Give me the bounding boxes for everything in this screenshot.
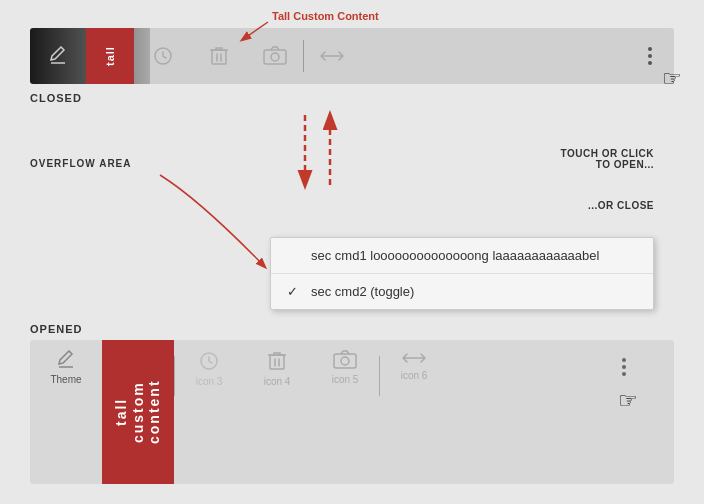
icon3-group[interactable]: icon 3 xyxy=(175,340,243,387)
more-button-opened[interactable]: ☞ xyxy=(614,350,638,414)
svg-rect-2 xyxy=(264,50,286,64)
menu-item-2[interactable]: ✓ sec cmd2 (toggle) xyxy=(271,274,653,309)
toolbar-closed-icons: tall xyxy=(30,28,674,84)
icon4-label: icon 4 xyxy=(264,376,291,387)
icon5-camera xyxy=(333,350,357,370)
clock-icon[interactable] xyxy=(135,28,191,84)
edit-icon[interactable] xyxy=(30,28,86,84)
tall-custom-icon[interactable]: tall xyxy=(86,28,134,84)
more-dots-icon xyxy=(648,47,652,65)
svg-rect-5 xyxy=(270,355,284,369)
overflow-dropdown: sec cmd1 loooooooooooooong laaaaaaaaaaaa… xyxy=(270,237,654,310)
theme-icon-group[interactable]: Theme xyxy=(30,340,102,385)
theme-label: Theme xyxy=(50,374,81,385)
icon3-label: icon 3 xyxy=(196,376,223,387)
toolbar-opened-container: Theme tallcustomcontent icon 3 icon 4 xyxy=(30,340,674,484)
or-close-text: ...OR CLOSE xyxy=(561,200,654,211)
menu-item-1[interactable]: sec cmd1 loooooooooooooong laaaaaaaaaaaa… xyxy=(271,238,653,274)
svg-rect-1 xyxy=(212,50,226,64)
annotation-tall-custom: Tall Custom Content xyxy=(272,10,379,22)
closed-label: CLOSED xyxy=(30,92,82,104)
hand-cursor-icon: ☞ xyxy=(662,66,682,92)
overflow-area-label: OVERFLOW AREA xyxy=(30,158,132,169)
menu-item-2-label: sec cmd2 (toggle) xyxy=(311,284,414,299)
edit-icon-opened xyxy=(56,350,76,370)
svg-point-7 xyxy=(341,357,349,365)
icon5-group[interactable]: icon 5 xyxy=(311,340,379,385)
camera-icon[interactable] xyxy=(247,28,303,84)
hand-cursor-opened-icon: ☞ xyxy=(618,388,638,414)
more-button-closed[interactable]: ☞ xyxy=(626,28,674,84)
resize-icon[interactable] xyxy=(304,28,360,84)
touch-open-label: TOUCH OR CLICK TO OPEN... ...OR CLOSE xyxy=(561,148,654,211)
svg-rect-6 xyxy=(334,354,356,368)
icon6-group[interactable]: icon 6 xyxy=(380,340,448,381)
menu-item-1-check xyxy=(287,248,303,263)
main-container: tall xyxy=(0,0,704,504)
icon3-clock xyxy=(198,350,220,372)
icon5-label: icon 5 xyxy=(332,374,359,385)
icon4-group[interactable]: icon 4 xyxy=(243,340,311,387)
menu-item-1-label: sec cmd1 loooooooooooooong laaaaaaaaaaaa… xyxy=(311,248,599,263)
icon6-resize xyxy=(402,350,426,366)
touch-click-text: TOUCH OR CLICK xyxy=(561,148,654,159)
menu-item-2-check: ✓ xyxy=(287,284,303,299)
to-open-text: TO OPEN... xyxy=(561,159,654,170)
svg-point-3 xyxy=(271,53,279,61)
opened-label: OPENED xyxy=(30,323,82,335)
trash-icon[interactable] xyxy=(191,28,247,84)
icon4-trash xyxy=(267,350,287,372)
more-dots-opened-icon xyxy=(614,350,634,384)
icon6-label: icon 6 xyxy=(401,370,428,381)
tall-custom-opened[interactable]: tallcustomcontent xyxy=(102,340,174,484)
